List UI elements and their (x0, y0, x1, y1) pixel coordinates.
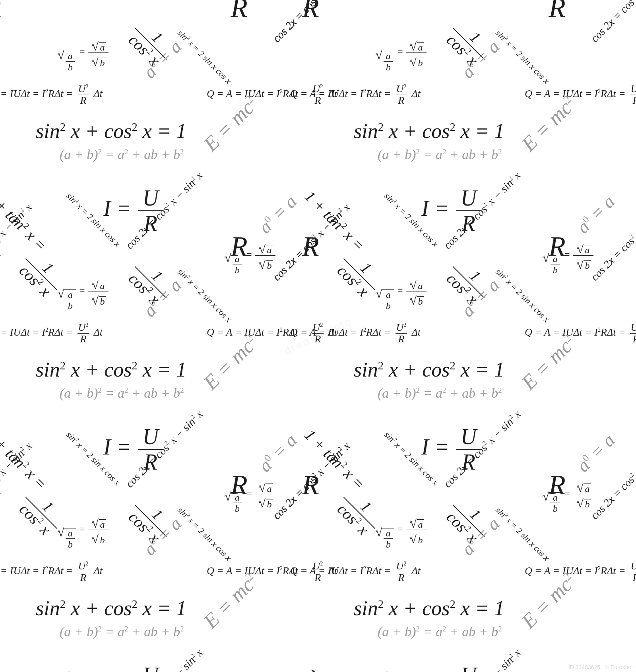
formula-letter_R: R (549, 0, 566, 24)
formula-nth_root_quot: n√ab = n√an√b (374, 38, 427, 72)
formula-joule_heat: Q = A = IUΔt = I2RΔt = U2R Δt (290, 561, 421, 583)
formula-sin2x: sin2 x = 2 sin x cos x (494, 505, 552, 563)
formula-sin2x: sin2 x = 2 sin x cos x (176, 266, 234, 324)
formula-pythag_trig: sin2 x + cos2 x = 1 (36, 596, 186, 620)
formula-joule_heat: Q = A = IUΔt = I2RΔt = U2R Δt (525, 561, 636, 583)
formula-a_to_zero: a0 = a (572, 191, 619, 237)
formula-letter_R: R (549, 231, 566, 262)
formula-cos2x: cos 2x = cos2 x − sin2 x (0, 0, 35, 45)
formula-binomial_sq: (a + b)2 = a2 + ab + b2 (60, 624, 184, 639)
formula-joule_heat: Q = A = IUΔt = I2RΔt = U2R Δt (0, 561, 103, 583)
formula-letter_R: R (0, 231, 1, 262)
formula-joule_heat: Q = A = IUΔt = I2RΔt = U2R Δt (0, 84, 103, 106)
formula-nth_root_quot: n√ab = n√an√b (56, 38, 109, 72)
formula-pythag_trig: sin2 x + cos2 x = 1 (354, 119, 504, 143)
formula-binomial_sq: (a + b)2 = a2 + ab + b2 (378, 386, 502, 401)
formula-sin2x: sin2 x = 2 sin x cos x (176, 505, 234, 563)
formula-letter_R: R (231, 0, 248, 24)
formula-joule_heat: Q = A = IUΔt = I2RΔt = U2R Δt (525, 322, 636, 344)
formula-pythag_trig: sin2 x + cos2 x = 1 (36, 358, 186, 381)
formula-pythag_trig: sin2 x + cos2 x = 1 (354, 358, 504, 381)
formula-binomial_sq: (a + b)2 = a2 + ab + b2 (60, 147, 184, 162)
formula-binomial_sq: (a + b)2 = a2 + ab + b2 (60, 386, 184, 401)
formula-letter_R: R (0, 469, 1, 501)
formula-pythag_trig: sin2 x + cos2 x = 1 (354, 596, 504, 620)
formula-nth_root_quot: n√ab = n√an√b (56, 276, 109, 311)
formula-letter_R: R (0, 0, 1, 24)
formula-a_to_zero: a0 = a (254, 668, 301, 672)
formula-a_to_zero: a0 = a (254, 429, 301, 476)
formula-sin2x: sin2 x = 2 sin x cos x (176, 28, 234, 86)
formula-pythag_trig: sin2 x + cos2 x = 1 (36, 119, 186, 143)
stock-credit: ID 32483625 © Euroshot (568, 664, 633, 670)
formula-binomial_sq: (a + b)2 = a2 + ab + b2 (378, 624, 502, 639)
formula-binomial_sq: (a + b)2 = a2 + ab + b2 (378, 147, 502, 162)
formula-joule_heat: Q = A = IUΔt = I2RΔt = U2R Δt (290, 322, 421, 344)
formula-joule_heat: Q = A = IUΔt = I2RΔt = U2R Δt (290, 84, 421, 106)
formula-sin2x: sin2 x = 2 sin x cos x (494, 28, 552, 86)
formula-letter_R: R (302, 0, 319, 24)
formula-letter_R: R (231, 469, 248, 501)
formula-a_to_zero: a0 = a (254, 191, 301, 237)
formula-nth_root_quot: n√ab = n√an√b (374, 515, 427, 549)
formula-joule_heat: Q = A = IUΔt = I2RΔt = U2R Δt (0, 322, 103, 344)
formula-ohm: I = UR (421, 664, 482, 672)
formula-letter_R: R (549, 469, 566, 501)
formula-nth_root_quot: n√ab = n√an√b (374, 276, 427, 311)
formula-pattern-stage: dreamstime ID 32483625 © Euroshot Rcos 2… (0, 0, 636, 672)
formula-sin2x: sin2 x = 2 sin x cos x (494, 266, 552, 324)
formula-tan_identity: 1 + tan2 x = (301, 664, 368, 672)
formula-nth_root_quot: n√ab = n√an√b (56, 515, 109, 549)
formula-a_to_zero: a0 = a (572, 429, 619, 476)
formula-letter_R: R (302, 231, 319, 262)
formula-letter_R: R (302, 469, 319, 501)
formula-letter_R: R (231, 231, 248, 262)
formula-cos2x: cos 2x = cos2 x − sin2 x (588, 0, 636, 45)
formula-joule_heat: Q = A = IUΔt = I2RΔt = U2R Δt (525, 84, 636, 106)
formula-tan_identity: 1 + tan2 x = (0, 664, 50, 672)
formula-ohm: I = UR (103, 664, 164, 672)
